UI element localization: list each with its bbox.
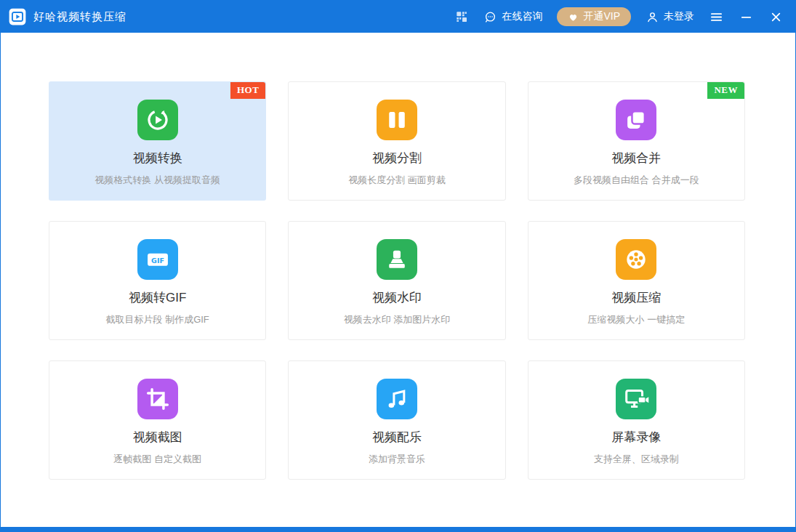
video-compress-icon	[616, 239, 656, 280]
video-music-icon	[377, 379, 417, 419]
login-status-label: 未登录	[664, 10, 694, 23]
card-subtitle: 多段视频自由组合 合并成一段	[574, 174, 699, 187]
new-badge: NEW	[707, 82, 744, 99]
card-title: 视频水印	[372, 289, 422, 306]
feature-card-screen-record[interactable]: 屏幕录像支持全屏、区域录制	[528, 360, 745, 480]
card-title: 屏幕录像	[611, 429, 661, 446]
chat-bubble-icon	[483, 10, 497, 24]
feature-card-video-convert[interactable]: HOT视频转换视频格式转换 从视频提取音频	[49, 81, 266, 201]
card-title: 视频压缩	[611, 289, 661, 306]
card-title: 视频合并	[611, 150, 661, 166]
video-merge-icon	[616, 100, 656, 140]
card-title: 视频转GIF	[129, 289, 186, 306]
card-subtitle: 逐帧截图 自定义截图	[113, 453, 201, 466]
video-split-icon	[377, 100, 417, 140]
video-convert-icon	[137, 100, 178, 140]
close-button[interactable]	[768, 9, 784, 25]
app-window: 好哈视频转换压缩 在线咨询 开通VIP 未	[0, 0, 796, 532]
feature-card-video-music[interactable]: 视频配乐添加背景音乐	[288, 360, 505, 480]
card-subtitle: 视频长度分割 画面剪裁	[348, 174, 446, 187]
app-logo-icon	[8, 7, 27, 26]
card-subtitle: 截取目标片段 制作成GIF	[106, 313, 209, 326]
online-chat-button[interactable]: 在线咨询	[483, 10, 542, 24]
vip-button-label: 开通VIP	[583, 10, 620, 23]
login-button[interactable]: 未登录	[646, 10, 694, 24]
feature-card-video-split[interactable]: 视频分割视频长度分割 画面剪裁	[288, 81, 505, 201]
feature-card-video-watermark[interactable]: 视频水印视频去水印 添加图片水印	[288, 221, 505, 340]
user-icon	[646, 10, 659, 24]
video-screenshot-icon	[137, 379, 178, 419]
card-subtitle: 添加背景音乐	[369, 453, 425, 466]
menu-button[interactable]	[709, 9, 724, 25]
bottom-bar	[1, 527, 795, 531]
minimize-button[interactable]	[739, 9, 754, 25]
vip-heart-icon	[568, 12, 579, 23]
card-title: 视频截图	[133, 429, 182, 446]
feature-card-video-merge[interactable]: NEW视频合并多段视频自由组合 合并成一段	[528, 81, 745, 201]
card-subtitle: 压缩视频大小 一键搞定	[588, 313, 686, 326]
titlebar-right: 在线咨询 开通VIP 未登录	[454, 7, 795, 26]
video-to-gif-icon: GIF	[137, 239, 178, 280]
card-subtitle: 视频去水印 添加图片水印	[344, 313, 451, 326]
app-title: 好哈视频转换压缩	[33, 10, 126, 24]
hot-badge: HOT	[230, 82, 265, 99]
card-title: 视频分割	[372, 150, 422, 166]
card-subtitle: 支持全屏、区域录制	[594, 453, 679, 466]
titlebar: 好哈视频转换压缩 在线咨询 开通VIP 未	[1, 1, 795, 33]
feature-card-video-to-gif[interactable]: GIF视频转GIF截取目标片段 制作成GIF	[49, 221, 266, 340]
feature-card-video-compress[interactable]: 视频压缩压缩视频大小 一键搞定	[528, 221, 745, 340]
feature-grid: HOT视频转换视频格式转换 从视频提取音频视频分割视频长度分割 画面剪裁NEW视…	[1, 33, 795, 527]
online-chat-label: 在线咨询	[502, 10, 542, 23]
screen-record-icon	[616, 379, 656, 419]
svg-text:GIF: GIF	[151, 257, 164, 265]
card-title: 视频配乐	[372, 429, 422, 446]
mini-apps-grid-icon[interactable]	[454, 9, 469, 24]
card-subtitle: 视频格式转换 从视频提取音频	[95, 174, 220, 187]
card-title: 视频转换	[133, 150, 182, 166]
titlebar-left: 好哈视频转换压缩	[8, 7, 126, 26]
vip-button[interactable]: 开通VIP	[557, 7, 631, 26]
video-watermark-icon	[377, 239, 417, 280]
feature-card-video-screenshot[interactable]: 视频截图逐帧截图 自定义截图	[49, 360, 266, 480]
